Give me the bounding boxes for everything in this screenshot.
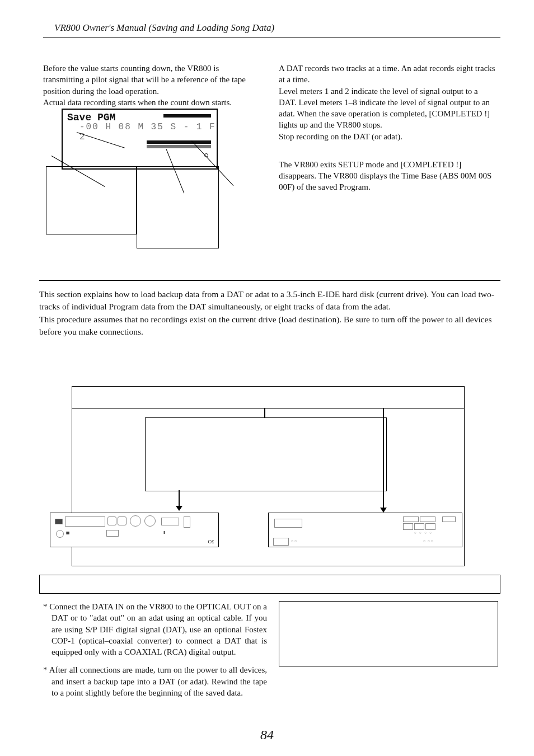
diagram-title-bar xyxy=(72,387,464,408)
running-header: VR800 Owner's Manual (Saving and Loading… xyxy=(54,22,274,34)
intro-p2: This procedure assumes that no recording… xyxy=(39,313,500,339)
bullet-list: * Connect the DATA IN on the VR800 to th… xyxy=(43,601,267,705)
lcd-meter-bar-icon xyxy=(147,145,211,148)
bullet-2: * After all connections are made, turn o… xyxy=(51,664,267,698)
callout-box xyxy=(46,166,137,234)
section-rule xyxy=(39,280,500,281)
header-rule xyxy=(43,37,500,37)
vr800-unit-icon: |||||||||||||||||||||||||| |||||| C€ xyxy=(50,513,219,547)
right-column: A DAT records two tracks at a time. An a… xyxy=(279,63,497,193)
section-intro: This section explains how to load backup… xyxy=(39,288,500,339)
arrow-line-icon xyxy=(383,408,384,509)
arrow-down-icon xyxy=(380,508,387,513)
intro-p1: This section explains how to load backup… xyxy=(39,288,500,313)
right-p2: Level meters 1 and 2 indicate the level … xyxy=(279,86,497,131)
lcd-screenshot: Save PGM -00 H 08 M 35 S - 1 F 2 xyxy=(62,109,218,170)
connection-diagram: |||||||||||||||||||||||||| |||||| C€ ○ ○… xyxy=(72,386,465,566)
diagram-branch-box xyxy=(145,417,387,491)
arrow-line-icon xyxy=(179,490,180,507)
connection-strip-box xyxy=(39,575,500,594)
right-p4: The VR800 exits SETUP mode and [COMPLETE… xyxy=(279,159,497,193)
lcd-meter-bar-icon xyxy=(147,140,211,144)
right-p1: A DAT records two tracks at a time. An a… xyxy=(279,63,497,86)
connector-line-icon xyxy=(264,408,265,417)
left-p2: Actual data recording starts when the co… xyxy=(43,97,261,108)
spacer xyxy=(279,142,497,159)
callout-box xyxy=(137,166,219,248)
page-number: 84 xyxy=(0,727,534,743)
bullet-1: * Connect the DATA IN on the VR800 to th… xyxy=(51,601,267,658)
left-p1: Before the value starts counting down, t… xyxy=(43,63,261,97)
left-column: Before the value starts counting down, t… xyxy=(43,63,261,108)
dat-unit-icon: ○ ○ ○ ○ ○ ○ ○ ○ ○ xyxy=(268,513,462,547)
lcd-title: Save PGM xyxy=(67,112,115,123)
lcd-meter-bar-icon xyxy=(163,114,211,118)
note-box xyxy=(279,601,498,666)
right-p3: Stop recording on the DAT (or adat). xyxy=(279,131,497,142)
arrow-down-icon xyxy=(176,506,182,511)
